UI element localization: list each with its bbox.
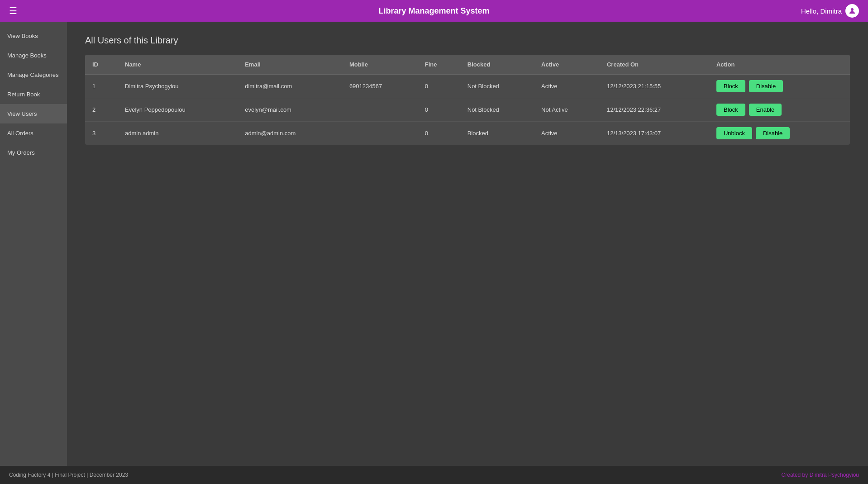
table-body: 1Dimitra Psychogyioudimitra@mail.com6901… xyxy=(85,75,850,145)
sidebar-item-all-orders[interactable]: All Orders xyxy=(0,123,67,143)
avatar xyxy=(845,4,859,18)
cell-blocked: Not Blocked xyxy=(460,75,534,98)
disable-button[interactable]: Disable xyxy=(749,80,783,92)
footer-right-prefix: Created by xyxy=(782,472,810,478)
col-email: Email xyxy=(238,55,342,75)
cell-email: dimitra@mail.com xyxy=(238,75,342,98)
navbar: ☰ Library Management System Hello, Dimit… xyxy=(0,0,868,22)
col-fine: Fine xyxy=(418,55,460,75)
footer-right-name: Dimitra Psychogyiou xyxy=(810,472,859,478)
action-buttons: BlockDisable xyxy=(716,80,843,92)
enable-button[interactable]: Enable xyxy=(749,104,782,116)
cell-name: Dimitra Psychogyiou xyxy=(118,75,238,98)
sidebar-item-view-users[interactable]: View Users xyxy=(0,104,67,123)
unblock-button[interactable]: Unblock xyxy=(716,127,752,139)
cell-action: UnblockDisable xyxy=(709,122,850,145)
page-title: All Users of this Library xyxy=(85,35,850,46)
cell-fine: 0 xyxy=(418,75,460,98)
cell-action: BlockEnable xyxy=(709,98,850,122)
cell-mobile xyxy=(342,98,418,122)
cell-mobile xyxy=(342,122,418,145)
col-name: Name xyxy=(118,55,238,75)
greeting-text: Hello, Dimitra xyxy=(801,7,842,15)
col-mobile: Mobile xyxy=(342,55,418,75)
cell-email: admin@admin.com xyxy=(238,122,342,145)
table-row: 3admin adminadmin@admin.com0BlockedActiv… xyxy=(85,122,850,145)
col-created-on: Created On xyxy=(600,55,709,75)
table-row: 1Dimitra Psychogyioudimitra@mail.com6901… xyxy=(85,75,850,98)
cell-active: Active xyxy=(534,122,600,145)
cell-email: evelyn@mail.com xyxy=(238,98,342,122)
cell-created-on: 12/13/2023 17:43:07 xyxy=(600,122,709,145)
cell-id: 3 xyxy=(85,122,118,145)
cell-id: 2 xyxy=(85,98,118,122)
cell-name: Evelyn Peppedopoulou xyxy=(118,98,238,122)
footer: Coding Factory 4 | Final Project | Decem… xyxy=(0,466,868,484)
sidebar-item-my-orders[interactable]: My Orders xyxy=(0,143,67,162)
sidebar: View Books Manage Books Manage Categorie… xyxy=(0,22,67,466)
table-row: 2Evelyn Peppedopoulouevelyn@mail.com0Not… xyxy=(85,98,850,122)
footer-right: Created by Dimitra Psychogyiou xyxy=(782,472,859,478)
sidebar-item-return-book[interactable]: Return Book xyxy=(0,85,67,104)
col-action: Action xyxy=(709,55,850,75)
svg-point-0 xyxy=(851,8,854,11)
col-active: Active xyxy=(534,55,600,75)
cell-blocked: Not Blocked xyxy=(460,98,534,122)
main-content: All Users of this Library ID Name Email … xyxy=(67,22,868,466)
user-info: Hello, Dimitra xyxy=(801,4,859,18)
block-button[interactable]: Block xyxy=(716,104,745,116)
cell-fine: 0 xyxy=(418,122,460,145)
sidebar-item-view-books[interactable]: View Books xyxy=(0,26,67,46)
sidebar-item-manage-categories[interactable]: Manage Categories xyxy=(0,65,67,85)
cell-active: Not Active xyxy=(534,98,600,122)
block-button[interactable]: Block xyxy=(716,80,745,92)
col-id: ID xyxy=(85,55,118,75)
cell-created-on: 12/12/2023 21:15:55 xyxy=(600,75,709,98)
cell-mobile: 6901234567 xyxy=(342,75,418,98)
footer-left: Coding Factory 4 | Final Project | Decem… xyxy=(9,472,128,478)
users-table: ID Name Email Mobile Fine Blocked Active… xyxy=(85,55,850,145)
cell-active: Active xyxy=(534,75,600,98)
layout: View Books Manage Books Manage Categorie… xyxy=(0,22,868,466)
action-buttons: UnblockDisable xyxy=(716,127,843,139)
cell-blocked: Blocked xyxy=(460,122,534,145)
cell-created-on: 12/12/2023 22:36:27 xyxy=(600,98,709,122)
cell-action: BlockDisable xyxy=(709,75,850,98)
app-title: Library Management System xyxy=(378,6,489,16)
cell-id: 1 xyxy=(85,75,118,98)
users-table-container: ID Name Email Mobile Fine Blocked Active… xyxy=(85,55,850,145)
col-blocked: Blocked xyxy=(460,55,534,75)
cell-name: admin admin xyxy=(118,122,238,145)
disable-button[interactable]: Disable xyxy=(756,127,790,139)
sidebar-item-manage-books[interactable]: Manage Books xyxy=(0,46,67,65)
action-buttons: BlockEnable xyxy=(716,104,843,116)
table-header: ID Name Email Mobile Fine Blocked Active… xyxy=(85,55,850,75)
hamburger-icon[interactable]: ☰ xyxy=(9,5,17,16)
cell-fine: 0 xyxy=(418,98,460,122)
